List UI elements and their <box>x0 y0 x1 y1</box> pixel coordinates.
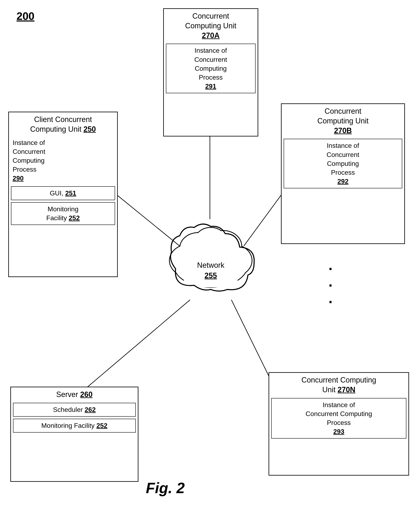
unit-270b-title: Concurrent Computing Unit 270B <box>282 104 404 137</box>
network-cloud: Network 255 <box>157 207 264 296</box>
server-title: Server 260 <box>11 387 138 401</box>
gui-box: GUI, 251 <box>11 186 115 200</box>
unit-270n-title: Concurrent Computing Unit 270N <box>269 373 408 396</box>
client-monitoring-box: Monitoring Facility 252 <box>11 202 115 225</box>
client-unit-box: Client Concurrent Computing Unit 250 Ins… <box>8 112 118 277</box>
svg-text:Network: Network <box>197 261 225 269</box>
scheduler-box: Scheduler 262 <box>13 403 136 417</box>
unit-270a-title: Concurrent Computing Unit 270A <box>164 9 258 42</box>
unit-270b-process-box: Instance of Concurrent Computing Process… <box>284 139 402 188</box>
unit-270b-process-text: Instance of Concurrent Computing Process… <box>287 141 399 186</box>
unit-270b-box: Concurrent Computing Unit 270B Instance … <box>281 103 405 244</box>
unit-270n-box: Concurrent Computing Unit 270N Instance … <box>269 372 409 475</box>
reference-number: 200 <box>16 10 35 22</box>
ellipsis-dots: ··· <box>329 260 333 310</box>
cloud-svg: Network 255 <box>157 207 264 296</box>
client-process-290-label: Instance of Concurrent Computing Process… <box>9 135 117 184</box>
server-box: Server 260 Scheduler 262 Monitoring Faci… <box>10 387 138 482</box>
svg-text:255: 255 <box>204 271 217 280</box>
unit-270n-process-box: Instance of Concurrent Computing Process… <box>271 398 406 439</box>
unit-270a-box: Concurrent Computing Unit 270A Instance … <box>163 8 258 137</box>
svg-line-3 <box>81 300 190 393</box>
figure-label: Fig. 2 <box>124 480 207 497</box>
unit-270a-process-text: Instance of Concurrent Computing Process… <box>169 46 252 91</box>
server-monitoring-box: Monitoring Facility 252 <box>13 419 136 433</box>
unit-270n-process-text: Instance of Concurrent Computing Process… <box>275 400 403 436</box>
svg-point-16 <box>195 228 227 256</box>
diagram-reference: 200 <box>16 10 35 22</box>
client-unit-title: Client Concurrent Computing Unit 250 <box>9 112 117 135</box>
unit-270a-process-box: Instance of Concurrent Computing Process… <box>166 44 255 93</box>
diagram: 200 Concurrent Computing Unit 270A Insta… <box>0 0 420 513</box>
